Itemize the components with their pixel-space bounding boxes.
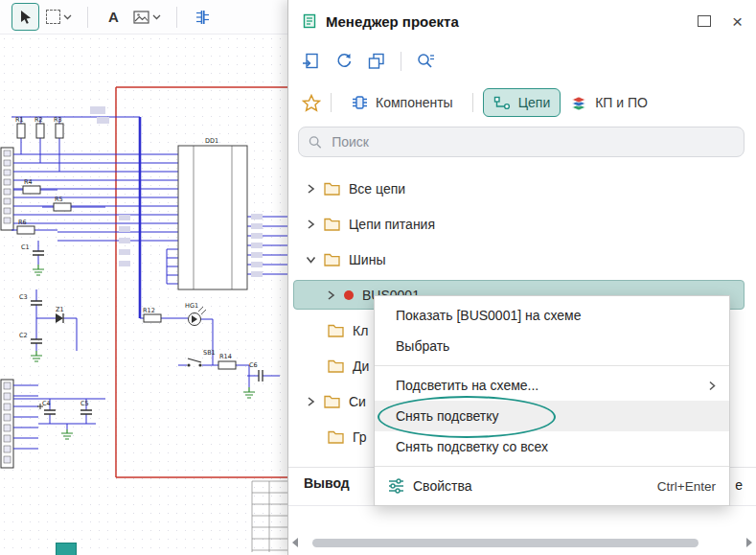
tab-nets[interactable]: Цепи: [483, 88, 561, 117]
schematic-drawing: R1 R2 R3 R4 R5 R6 C1 C3 Z1 C2 R12 HG1 SB…: [0, 35, 287, 555]
open-document-button[interactable]: [302, 53, 320, 70]
connector-left-bottom: [1, 380, 13, 468]
tab-components[interactable]: Компоненты: [341, 89, 463, 116]
tree-item-all-nets[interactable]: Все цепи: [293, 171, 745, 206]
menu-item-label: Подсветить на схеме...: [396, 378, 538, 393]
svg-text:C4: C4: [42, 400, 51, 407]
svg-text:R12: R12: [143, 307, 155, 314]
cursor-icon: [18, 10, 33, 25]
net-color-dot: [344, 290, 354, 300]
svg-text:DD1: DD1: [205, 137, 218, 145]
svg-text:R6: R6: [18, 219, 27, 226]
connector-left-top: [1, 148, 13, 230]
tab-separator: [472, 93, 473, 112]
chevron-right-icon: [307, 396, 315, 407]
chevron-right-icon: [307, 219, 315, 230]
tree-item-label: Ди: [353, 358, 369, 374]
toolbar-separator: [87, 7, 88, 28]
scrollbar-thumb[interactable]: [312, 539, 699, 547]
menu-item-properties[interactable]: Свойства Ctrl+Enter: [375, 471, 729, 501]
svg-text:C1: C1: [21, 243, 30, 251]
ground-symbols: [31, 265, 255, 439]
refresh-button[interactable]: [335, 53, 353, 70]
output-panel-label: Вывод: [304, 475, 350, 491]
component-icon: [351, 95, 368, 110]
editor-toolbar: A: [0, 0, 287, 35]
menu-separator: [375, 365, 729, 366]
tree-item-power-nets[interactable]: Цепи питания: [293, 206, 745, 242]
menu-item-show-on-schematic[interactable]: Показать [BUS0001] на схеме: [375, 300, 729, 331]
horizontal-scrollbar[interactable]: [292, 536, 752, 549]
svg-text:R2: R2: [34, 116, 43, 124]
chevron-right-icon: [307, 183, 315, 195]
menu-item-select[interactable]: Выбрать: [375, 331, 729, 361]
application-window: A: [0, 0, 756, 555]
tree-item-buses[interactable]: Шины: [293, 242, 745, 277]
nets-icon: [493, 96, 511, 110]
svg-text:R1: R1: [15, 116, 24, 124]
scroll-left-arrow[interactable]: [292, 538, 298, 547]
properties-sliders-icon: [388, 478, 404, 494]
tree-item-label: Цепи питания: [349, 217, 435, 232]
image-icon: [133, 11, 149, 24]
folder-icon: [328, 358, 344, 373]
search-icon: [309, 135, 322, 150]
tree-item-label: Кл: [353, 323, 368, 338]
folder-icon: [324, 252, 340, 266]
scroll-right-arrow[interactable]: [746, 538, 752, 547]
select-tool-button[interactable]: [11, 3, 39, 31]
toolbar-separator: [401, 52, 401, 71]
submenu-chevron-icon: [708, 381, 716, 391]
bus-tool-button[interactable]: [190, 4, 216, 30]
tree-item-label: Все цепи: [349, 181, 405, 197]
text-tool-icon: A: [108, 9, 119, 25]
menu-item-label: Свойства: [413, 478, 471, 494]
menu-item-highlight-on-schematic[interactable]: Подсветить на схеме...: [375, 370, 729, 401]
panel-title: Менеджер проекта: [326, 13, 459, 30]
advanced-search-button[interactable]: [417, 53, 435, 70]
tab-label: Цепи: [518, 95, 551, 110]
text-tool-button[interactable]: A: [101, 4, 126, 30]
output-clipped-text: е: [735, 477, 743, 493]
svg-text:R3: R3: [54, 116, 62, 124]
tab-kp-po[interactable]: КП и ПО: [561, 89, 657, 117]
favorites-tab[interactable]: [302, 94, 321, 112]
chevron-down-icon: [63, 14, 72, 20]
switch-sb1: [187, 358, 201, 367]
tab-label: КП и ПО: [595, 95, 648, 110]
collapse-all-button[interactable]: [368, 53, 385, 70]
chevron-down-icon: [152, 14, 161, 20]
scrollbar-track[interactable]: [303, 539, 742, 547]
marquee-tool-button[interactable]: [43, 10, 75, 24]
menu-item-label: Снять подсветку: [396, 408, 499, 424]
image-tool-button[interactable]: [130, 11, 164, 24]
svg-text:R5: R5: [55, 196, 63, 203]
panel-tabs: Компоненты Цепи КП и ПО: [302, 82, 743, 123]
menu-item-label: Выбрать: [396, 338, 449, 354]
folder-icon: [324, 394, 340, 408]
canvas-bottom-widget[interactable]: [56, 543, 77, 555]
chevron-down-icon: [306, 255, 317, 264]
marquee-icon: [46, 10, 60, 24]
close-button[interactable]: ×: [732, 12, 743, 31]
project-icon: [302, 13, 317, 29]
svg-text:SB1: SB1: [203, 349, 216, 357]
svg-text:C6: C6: [249, 361, 258, 369]
folder-icon: [324, 181, 340, 196]
search-input[interactable]: [330, 133, 734, 150]
svg-text:HG1: HG1: [185, 302, 198, 310]
panel-toolbar: [302, 44, 743, 79]
svg-text:C3: C3: [19, 293, 28, 301]
maximize-button[interactable]: [698, 15, 711, 27]
schematic-canvas[interactable]: R1 R2 R3 R4 R5 R6 C1 C3 Z1 C2 R12 HG1 SB…: [0, 35, 287, 555]
menu-item-remove-highlight[interactable]: Снять подсветку: [375, 401, 729, 431]
panel-header: Менеджер проекта ×: [288, 0, 756, 42]
ic-dd1: [178, 146, 247, 289]
chevron-right-icon: [327, 289, 335, 301]
search-box[interactable]: [298, 127, 745, 157]
layers-icon: [570, 95, 587, 111]
svg-text:R14: R14: [219, 353, 232, 360]
tree-item-label: Си: [349, 394, 366, 409]
bus-pins-icon: [195, 10, 210, 25]
menu-item-remove-highlight-all[interactable]: Снять подсветку со всех: [375, 431, 729, 462]
